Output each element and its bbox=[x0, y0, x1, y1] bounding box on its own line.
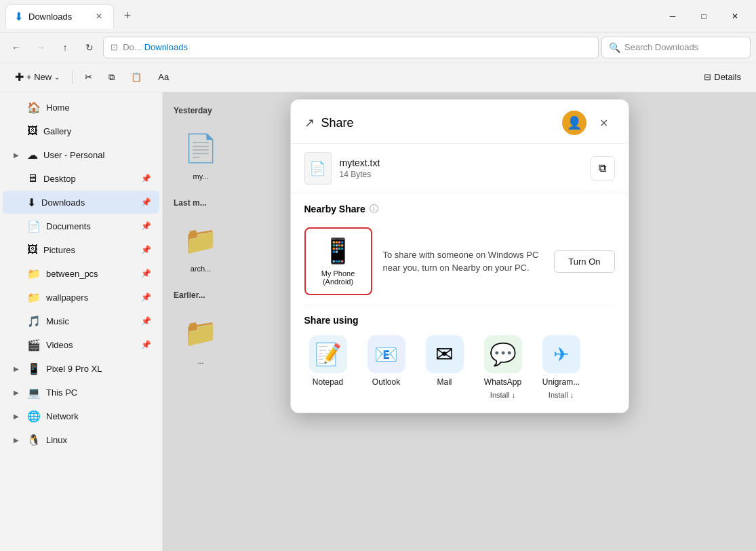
nearby-share-content: 📱 My Phone(Android) To share with someon… bbox=[304, 222, 615, 305]
sidebar-item-wallpapers[interactable]: 📁 wallpapers 📌 bbox=[3, 286, 159, 309]
sidebar-label-downloads: Downloads bbox=[41, 197, 85, 208]
nearby-share-header: Nearby Share ⓘ bbox=[304, 203, 615, 215]
copy-button[interactable]: ⧉ bbox=[102, 66, 121, 88]
forward-button[interactable]: → bbox=[30, 37, 52, 58]
details-label: Details bbox=[714, 72, 741, 82]
user-avatar: 👤 bbox=[562, 111, 586, 135]
app-item-whatsapp[interactable]: 💬 WhatsApp Install ↓ bbox=[479, 335, 527, 399]
paste-icon: 📋 bbox=[131, 72, 142, 82]
sidebar-label-between-pcs: between_pcs bbox=[46, 269, 98, 279]
sidebar-item-pictures[interactable]: 🖼 Pictures 📌 bbox=[3, 238, 159, 261]
file-type-icon: 📄 bbox=[304, 152, 332, 185]
sidebar-label-network: Network bbox=[46, 411, 79, 421]
pin-icon: 📌 bbox=[141, 292, 151, 302]
file-info: mytext.txt 14 Bytes bbox=[340, 157, 582, 179]
close-button[interactable]: ✕ bbox=[719, 5, 751, 27]
sidebar-item-thispc[interactable]: ▶ 💻 This PC bbox=[3, 381, 159, 404]
sidebar-item-desktop[interactable]: 🖥 Desktop 📌 bbox=[3, 167, 159, 190]
details-button[interactable]: ⊟ Details bbox=[697, 66, 748, 88]
nearby-share-section: Nearby Share ⓘ 📱 My Phone(Android) To sh… bbox=[291, 193, 629, 305]
new-chevron-icon: ⌄ bbox=[54, 73, 60, 81]
nearby-share-title: Nearby Share bbox=[304, 204, 365, 214]
cut-icon: ✂ bbox=[85, 72, 92, 82]
search-placeholder: Search Downloads bbox=[624, 42, 698, 52]
pin-icon: 📌 bbox=[141, 197, 151, 207]
sidebar-item-between-pcs[interactable]: 📁 between_pcs 📌 bbox=[3, 262, 159, 285]
tab-downloads[interactable]: ⬇ Downloads ✕ bbox=[5, 4, 114, 28]
minimize-button[interactable]: ─ bbox=[657, 5, 688, 27]
nearby-share-info-icon: ⓘ bbox=[370, 203, 378, 215]
copy-link-button[interactable]: ⧉ bbox=[591, 156, 615, 180]
sidebar-label-linux: Linux bbox=[46, 435, 67, 445]
app-item-outlook[interactable]: 📧 Outlook bbox=[363, 335, 410, 399]
share-close-button[interactable]: ✕ bbox=[593, 112, 615, 134]
sidebar-item-pixel9pro[interactable]: ▶ 📱 Pixel 9 Pro XL bbox=[3, 357, 159, 380]
share-using-title: Share using bbox=[304, 315, 615, 326]
share-using-section: Share using 📝 Notepad 📧 Ou bbox=[291, 305, 629, 413]
back-button[interactable]: ← bbox=[5, 37, 27, 58]
sidebar-item-home[interactable]: 🏠 Home bbox=[3, 96, 159, 119]
whatsapp-install-badge: Install ↓ bbox=[490, 391, 515, 399]
copy-icon: ⧉ bbox=[599, 162, 606, 174]
shared-file-item: 📄 mytext.txt 14 Bytes ⧉ bbox=[291, 144, 629, 193]
app-item-notepad[interactable]: 📝 Notepad bbox=[304, 335, 352, 399]
outlook-icon: 📧 bbox=[367, 335, 405, 373]
turn-on-button[interactable]: Turn On bbox=[554, 250, 614, 273]
my-phone-device-card[interactable]: 📱 My Phone(Android) bbox=[304, 227, 372, 295]
sidebar-item-linux[interactable]: ▶ 🐧 Linux bbox=[3, 428, 159, 451]
pictures-icon: 🖼 bbox=[27, 244, 38, 256]
expand-icon: ▶ bbox=[11, 151, 22, 159]
sidebar-item-videos[interactable]: 🎬 Videos 📌 bbox=[3, 333, 159, 356]
tab-close-button[interactable]: ✕ bbox=[93, 10, 105, 22]
share-dialog-overlay: ↗ Share 👤 ✕ 📄 mytext.txt bbox=[163, 92, 756, 551]
sidebar-item-user-personal[interactable]: ▶ ☁ User - Personal bbox=[3, 143, 159, 166]
address-prefix: ⊡ Do... bbox=[111, 42, 142, 52]
pc-icon: 💻 bbox=[27, 386, 41, 399]
sidebar-item-music[interactable]: 🎵 Music 📌 bbox=[3, 309, 159, 332]
command-bar: ✚ + New ⌄ ✂ ⧉ 📋 Aa ⊟ Details bbox=[0, 62, 756, 92]
sidebar-item-gallery[interactable]: 🖼 Gallery bbox=[3, 119, 159, 142]
title-bar: ⬇ Downloads ✕ + ─ □ ✕ bbox=[0, 0, 756, 33]
unigram-icon: ✈ bbox=[542, 335, 580, 373]
app-name-outlook: Outlook bbox=[372, 377, 400, 387]
new-label: + New bbox=[26, 72, 52, 82]
downloads-tab-icon: ⬇ bbox=[14, 10, 23, 23]
share-dialog: ↗ Share 👤 ✕ 📄 mytext.txt bbox=[290, 99, 629, 413]
sidebar-label-thispc: This PC bbox=[46, 387, 77, 398]
file-explorer-content: Yesterday 📄 my... Last m... 📁 arch... Ea… bbox=[163, 92, 756, 551]
cloud-icon: ☁ bbox=[27, 149, 38, 162]
sidebar-label-videos: Videos bbox=[46, 340, 73, 350]
app-name-notepad: Notepad bbox=[313, 377, 343, 387]
desktop-icon: 🖥 bbox=[27, 172, 38, 185]
window-controls: ─ □ ✕ bbox=[657, 5, 751, 27]
refresh-button[interactable]: ↻ bbox=[79, 37, 100, 58]
new-tab-button[interactable]: + bbox=[117, 5, 138, 27]
separator bbox=[72, 71, 73, 84]
sidebar-label-music: Music bbox=[46, 316, 69, 326]
cut-button[interactable]: ✂ bbox=[78, 66, 99, 88]
phone-device-icon: 📱 bbox=[323, 237, 353, 265]
app-item-mail[interactable]: ✉ Mail bbox=[421, 335, 469, 399]
up-button[interactable]: ↑ bbox=[54, 37, 76, 58]
paste-button[interactable]: 📋 bbox=[124, 66, 148, 88]
rename-button[interactable]: Aa bbox=[151, 66, 176, 88]
main-layout: 🏠 Home 🖼 Gallery ▶ ☁ User - Personal 🖥 D… bbox=[0, 92, 756, 551]
sidebar: 🏠 Home 🖼 Gallery ▶ ☁ User - Personal 🖥 D… bbox=[0, 92, 163, 551]
app-item-unigram[interactable]: ✈ Unigram... Install ↓ bbox=[538, 335, 585, 399]
sidebar-item-downloads[interactable]: ⬇ Downloads 📌 bbox=[3, 191, 159, 214]
search-icon: 🔍 bbox=[609, 42, 620, 53]
maximize-button[interactable]: □ bbox=[688, 5, 719, 27]
unigram-install-badge: Install ↓ bbox=[549, 391, 574, 399]
search-bar[interactable]: 🔍 Search Downloads bbox=[601, 37, 751, 58]
address-text: Downloads bbox=[144, 42, 188, 52]
app-name-mail: Mail bbox=[437, 377, 452, 387]
sidebar-item-network[interactable]: ▶ 🌐 Network bbox=[3, 404, 159, 428]
sidebar-item-documents[interactable]: 📄 Documents 📌 bbox=[3, 214, 159, 238]
new-icon: ✚ bbox=[15, 71, 24, 83]
address-bar[interactable]: ⊡ Do... Downloads bbox=[103, 37, 599, 58]
documents-icon: 📄 bbox=[27, 220, 41, 233]
expand-icon: ▶ bbox=[11, 389, 22, 396]
new-button[interactable]: ✚ + New ⌄ bbox=[8, 66, 66, 88]
videos-icon: 🎬 bbox=[27, 339, 41, 352]
close-icon: ✕ bbox=[599, 117, 608, 130]
